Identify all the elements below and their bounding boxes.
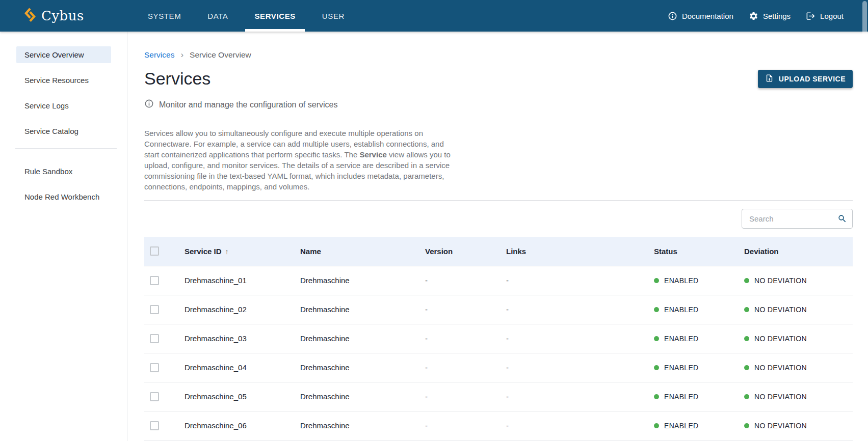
cell-name: Drehmaschine bbox=[292, 266, 417, 295]
cell-name: Drehmaschine bbox=[292, 295, 417, 324]
status-dot bbox=[654, 278, 659, 283]
deviation-label: NO DEVIATION bbox=[754, 277, 807, 285]
sidebar-item-service-catalog[interactable]: Service Catalog bbox=[16, 123, 111, 140]
cell-links: - bbox=[498, 266, 646, 295]
deviation-dot bbox=[744, 336, 749, 341]
status-dot bbox=[654, 307, 659, 312]
deviation-label: NO DEVIATION bbox=[754, 306, 807, 314]
cell-service-id: Drehmaschine_02 bbox=[176, 295, 292, 324]
cell-version: - bbox=[417, 324, 498, 353]
table-row[interactable]: Drehmaschine_01 Drehmaschine - - ENABLED… bbox=[144, 266, 853, 295]
tab-system[interactable]: SYSTEM bbox=[139, 0, 190, 32]
deviation-label: NO DEVIATION bbox=[754, 393, 807, 401]
status-dot bbox=[654, 365, 659, 370]
column-header-links[interactable]: Links bbox=[498, 237, 646, 266]
tab-user[interactable]: USER bbox=[313, 0, 354, 32]
status-label: ENABLED bbox=[664, 277, 698, 285]
cell-version: - bbox=[417, 295, 498, 324]
page-title: Services bbox=[144, 68, 853, 89]
sidebar-item-service-resources[interactable]: Service Resources bbox=[16, 72, 111, 89]
deviation-label: NO DEVIATION bbox=[754, 364, 807, 372]
status-dot bbox=[654, 423, 659, 428]
status-label: ENABLED bbox=[664, 364, 698, 372]
cell-links: - bbox=[498, 411, 646, 440]
table-toolbar bbox=[144, 209, 853, 229]
column-header-deviation[interactable]: Deviation bbox=[736, 237, 853, 266]
deviation-dot bbox=[744, 307, 749, 312]
cell-links: - bbox=[498, 324, 646, 353]
logout-label: Logout bbox=[820, 12, 844, 20]
status-dot bbox=[654, 394, 659, 399]
documentation-button[interactable]: Documentation bbox=[668, 11, 733, 21]
cell-version: - bbox=[417, 353, 498, 382]
column-header-name[interactable]: Name bbox=[292, 237, 417, 266]
search-box bbox=[742, 209, 853, 229]
deviation-dot bbox=[744, 278, 749, 283]
info-circle-icon bbox=[144, 99, 154, 111]
logout-icon bbox=[806, 11, 816, 21]
cell-service-id: Drehmaschine_05 bbox=[176, 382, 292, 411]
row-checkbox[interactable] bbox=[150, 305, 159, 314]
table-row[interactable]: Drehmaschine_02 Drehmaschine - - ENABLED… bbox=[144, 295, 853, 324]
info-circle-icon bbox=[668, 11, 677, 21]
column-header-service-id[interactable]: Service ID↑ bbox=[176, 237, 292, 266]
breadcrumb-link-services[interactable]: Services bbox=[144, 50, 174, 60]
row-checkbox[interactable] bbox=[150, 421, 159, 430]
brand-logo[interactable]: Cybus bbox=[24, 0, 84, 32]
sidebar-item-service-overview[interactable]: Service Overview bbox=[16, 46, 111, 63]
sidebar-item-rule-sandbox[interactable]: Rule Sandbox bbox=[16, 163, 111, 180]
deviation-label: NO DEVIATION bbox=[754, 335, 807, 343]
status-label: ENABLED bbox=[664, 335, 698, 343]
sidebar: Service Overview Service Resources Servi… bbox=[0, 32, 127, 441]
breadcrumb-separator-icon: › bbox=[180, 50, 183, 60]
services-table: Service ID↑ Name Version Links Status De… bbox=[144, 237, 853, 440]
table-header: Service ID↑ Name Version Links Status De… bbox=[144, 237, 853, 266]
navbar-actions: Documentation Settings Logout bbox=[668, 0, 844, 32]
settings-label: Settings bbox=[763, 12, 791, 20]
cell-links: - bbox=[498, 353, 646, 382]
table-row[interactable]: Drehmaschine_06 Drehmaschine - - ENABLED… bbox=[144, 411, 853, 440]
sidebar-item-service-logs[interactable]: Service Logs bbox=[16, 97, 111, 114]
table-row[interactable]: Drehmaschine_05 Drehmaschine - - ENABLED… bbox=[144, 382, 853, 411]
row-checkbox[interactable] bbox=[150, 363, 159, 372]
upload-service-button[interactable]: UPLOAD SERVICE bbox=[758, 70, 853, 88]
row-checkbox[interactable] bbox=[150, 334, 159, 343]
select-all-checkbox[interactable] bbox=[150, 246, 159, 256]
gear-icon bbox=[749, 11, 758, 21]
services-description: Services allow you to simultaneously con… bbox=[144, 128, 451, 192]
search-input[interactable] bbox=[742, 209, 853, 229]
cell-service-id: Drehmaschine_01 bbox=[176, 266, 292, 295]
cell-links: - bbox=[498, 295, 646, 324]
main-content: Services › Service Overview Services UPL… bbox=[128, 32, 868, 441]
status-label: ENABLED bbox=[664, 422, 698, 430]
cybus-logo-icon bbox=[24, 7, 36, 24]
status-label: ENABLED bbox=[664, 393, 698, 401]
search-icon[interactable] bbox=[837, 214, 847, 226]
documentation-label: Documentation bbox=[682, 12, 733, 20]
tab-data[interactable]: DATA bbox=[198, 0, 237, 32]
cell-name: Drehmaschine bbox=[292, 382, 417, 411]
column-header-version[interactable]: Version bbox=[417, 237, 498, 266]
sort-ascending-icon: ↑ bbox=[225, 247, 229, 256]
table-row[interactable]: Drehmaschine_04 Drehmaschine - - ENABLED… bbox=[144, 353, 853, 382]
brand-name: Cybus bbox=[41, 8, 84, 23]
cell-name: Drehmaschine bbox=[292, 411, 417, 440]
settings-button[interactable]: Settings bbox=[749, 11, 791, 21]
sidebar-divider bbox=[15, 148, 117, 149]
cell-version: - bbox=[417, 411, 498, 440]
table-body: Drehmaschine_01 Drehmaschine - - ENABLED… bbox=[144, 266, 853, 440]
logout-button[interactable]: Logout bbox=[806, 11, 844, 21]
sidebar-item-node-red-workbench[interactable]: Node Red Workbench bbox=[16, 188, 111, 205]
table-row[interactable]: Drehmaschine_03 Drehmaschine - - ENABLED… bbox=[144, 324, 853, 353]
deviation-dot bbox=[744, 423, 749, 428]
deviation-dot bbox=[744, 365, 749, 370]
cell-version: - bbox=[417, 266, 498, 295]
cell-version: - bbox=[417, 382, 498, 411]
column-header-status[interactable]: Status bbox=[646, 237, 736, 266]
cell-name: Drehmaschine bbox=[292, 324, 417, 353]
tab-services[interactable]: SERVICES bbox=[245, 0, 304, 32]
vertical-scrollbar[interactable] bbox=[862, 1, 867, 88]
row-checkbox[interactable] bbox=[150, 276, 159, 285]
row-checkbox[interactable] bbox=[150, 392, 159, 401]
cell-service-id: Drehmaschine_06 bbox=[176, 411, 292, 440]
